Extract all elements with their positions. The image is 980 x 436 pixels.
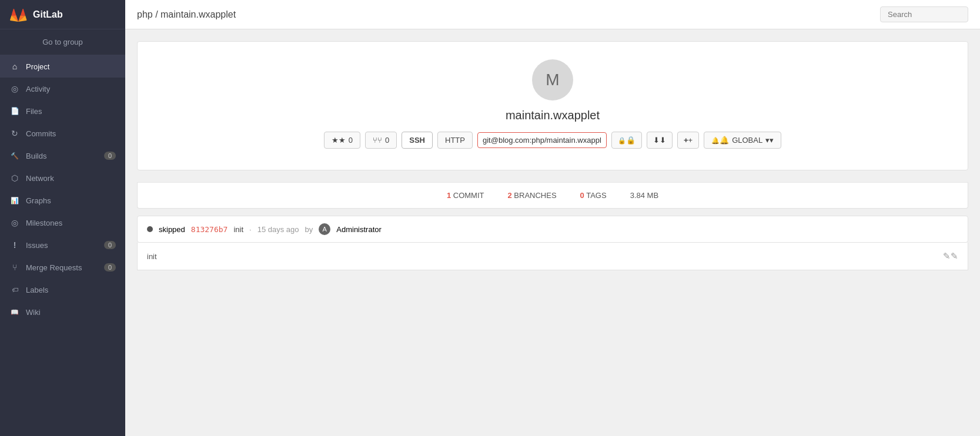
fork-button[interactable]: ⑂ 0	[365, 132, 397, 149]
topbar: php / maintain.wxapplet	[125, 0, 980, 29]
sidebar-item-milestones[interactable]: Milestones	[0, 212, 125, 234]
star-button[interactable]: ★ 0	[324, 132, 360, 149]
sidebar-item-merge-requests[interactable]: Merge Requests 0	[0, 256, 125, 279]
pipeline-status-dot	[147, 226, 153, 232]
ssh-label: SSH	[409, 136, 425, 145]
sidebar-item-builds[interactable]: Builds 0	[0, 145, 125, 167]
wiki-icon	[9, 307, 20, 317]
http-button[interactable]: HTTP	[437, 132, 473, 149]
sidebar-item-wiki-label: Wiki	[26, 308, 41, 317]
stats-bar: 1 COMMIT 2 BRANCHES 0 TAGS 3.84 MB	[137, 182, 968, 209]
notification-label: GLOBAL	[732, 136, 762, 145]
edit-readme-button[interactable]: ✎	[943, 251, 958, 261]
author-avatar: A	[319, 223, 330, 235]
sidebar: GitLab Go to group Project Activity File…	[0, 0, 125, 436]
builds-icon	[9, 150, 20, 161]
tags-stat[interactable]: 0 TAGS	[580, 191, 607, 200]
sidebar-item-network-label: Network	[26, 174, 54, 183]
sidebar-header: GitLab	[0, 0, 125, 29]
sidebar-item-builds-label: Builds	[26, 152, 46, 160]
fork-icon: ⑂	[373, 136, 382, 145]
sidebar-item-milestones-label: Milestones	[26, 219, 62, 227]
sidebar-item-project-label: Project	[26, 62, 49, 71]
commits-stat[interactable]: 1 COMMIT	[447, 191, 484, 200]
project-actions: ★ 0 ⑂ 0 SSH HTTP	[324, 132, 781, 158]
add-button[interactable]: +	[677, 132, 699, 149]
commit-bar: skipped 813276b7 init · 15 days ago by A…	[137, 216, 968, 243]
commit-author[interactable]: Administrator	[336, 225, 382, 234]
project-header: M maintain.wxapplet ★ 0 ⑂ 0	[149, 59, 956, 170]
files-icon	[9, 106, 20, 116]
sidebar-item-files-label: Files	[26, 107, 42, 116]
lock-icon: 🔒	[618, 136, 636, 145]
size-stat: 3.84 MB	[630, 191, 658, 200]
commit-hash[interactable]: 813276b7	[191, 225, 228, 234]
sidebar-item-commits[interactable]: Commits	[0, 122, 125, 145]
app-title: GitLab	[33, 9, 63, 20]
star-icon: ★	[332, 136, 346, 145]
merge-requests-badge: 0	[104, 263, 116, 271]
commit-message: init	[233, 225, 243, 234]
sidebar-item-merge-requests-label: Merge Requests	[26, 263, 82, 272]
sidebar-item-activity-label: Activity	[26, 85, 50, 93]
chevron-down-icon: ▾	[765, 136, 774, 145]
lock-button[interactable]: 🔒	[611, 132, 642, 149]
sidebar-item-labels[interactable]: Labels	[0, 279, 125, 301]
sidebar-item-issues-label: Issues	[26, 241, 48, 250]
issues-badge: 0	[104, 241, 116, 249]
home-icon	[9, 61, 20, 72]
merge-requests-icon	[9, 262, 20, 273]
activity-icon	[9, 83, 20, 94]
network-icon	[9, 173, 20, 183]
sidebar-item-files[interactable]: Files	[0, 100, 125, 122]
content-area: M maintain.wxapplet ★ 0 ⑂ 0	[125, 29, 980, 436]
sidebar-item-graphs-label: Graphs	[26, 196, 51, 205]
commits-icon	[9, 128, 20, 139]
goto-group-link[interactable]: Go to group	[0, 29, 125, 55]
search-input[interactable]	[880, 6, 968, 22]
readme-text: init	[147, 252, 157, 261]
readme-section: init ✎	[137, 243, 968, 270]
avatar: M	[532, 59, 573, 100]
pipeline-status-label: skipped	[159, 225, 185, 234]
branches-stat[interactable]: 2 BRANCHES	[507, 191, 556, 200]
sidebar-item-graphs[interactable]: Graphs	[0, 189, 125, 212]
project-name: maintain.wxapplet	[506, 109, 600, 122]
sidebar-item-labels-label: Labels	[26, 286, 48, 294]
labels-icon	[9, 284, 20, 295]
milestones-icon	[9, 217, 20, 228]
sidebar-item-wiki[interactable]: Wiki	[0, 301, 125, 323]
gitlab-logo-icon	[9, 6, 27, 24]
notification-button[interactable]: 🔔 GLOBAL ▾	[704, 132, 781, 149]
download-button[interactable]: ⬇	[647, 132, 673, 149]
issues-icon	[9, 240, 20, 250]
sidebar-item-activity[interactable]: Activity	[0, 78, 125, 100]
graphs-icon	[9, 195, 20, 206]
ssh-button[interactable]: SSH	[402, 132, 433, 149]
sidebar-item-network[interactable]: Network	[0, 167, 125, 189]
commit-time: 15 days ago	[257, 225, 299, 234]
builds-badge: 0	[104, 152, 116, 160]
repo-url-input[interactable]	[477, 132, 607, 148]
plus-icon: +	[684, 136, 693, 145]
download-icon: ⬇	[653, 136, 666, 145]
sidebar-item-commits-label: Commits	[26, 129, 56, 138]
main-area: php / maintain.wxapplet M maintain.wxapp…	[125, 0, 980, 436]
sidebar-item-project[interactable]: Project	[0, 55, 125, 78]
http-label: HTTP	[445, 136, 465, 145]
project-card: M maintain.wxapplet ★ 0 ⑂ 0	[137, 41, 968, 170]
bell-icon: 🔔	[711, 136, 729, 145]
sidebar-nav: Project Activity Files Commits Builds 0 …	[0, 55, 125, 323]
sidebar-item-issues[interactable]: Issues 0	[0, 234, 125, 256]
breadcrumb: php / maintain.wxapplet	[137, 9, 236, 20]
